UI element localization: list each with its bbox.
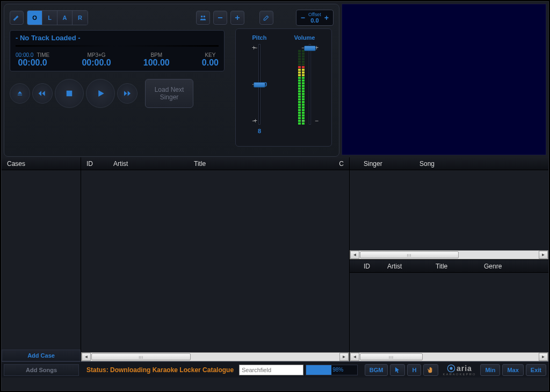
wrench-button[interactable] — [10, 11, 24, 25]
volume-thumb[interactable] — [304, 46, 316, 51]
bgm-button[interactable]: BGM — [365, 364, 388, 376]
pitch-label: Pitch — [252, 34, 267, 41]
offset-plus-button[interactable]: + — [324, 13, 329, 22]
songs-panel: ID Artist Title C ◄ III ► — [81, 157, 350, 361]
pitch-bottom-value: 8 — [258, 128, 261, 134]
queue-panel: Singer Song ◄ III ► — [350, 157, 548, 259]
offset-value: 0.0 — [308, 17, 321, 24]
app-window: O L A R − Offset 0.0 — [1, 1, 549, 391]
bgm-list[interactable] — [350, 273, 548, 352]
cases-header: Cases — [2, 157, 81, 170]
bgm-list-panel: ID Artist Title Genre ◄ III ► — [350, 259, 548, 361]
scroll-left-icon[interactable]: ◄ — [82, 353, 91, 361]
svg-point-0 — [201, 16, 203, 18]
add-case-button[interactable]: Add Case — [2, 350, 81, 361]
svg-point-8 — [450, 367, 452, 369]
status-text: Status: Downloading Karaoke Locker Catal… — [81, 366, 237, 374]
min-button[interactable]: Min — [480, 364, 500, 376]
track-title: - No Track Loaded - — [16, 34, 219, 42]
fastforward-button[interactable] — [117, 83, 138, 104]
scroll-left-icon[interactable]: ◄ — [350, 353, 359, 361]
time-elapsed: 00:00.0 — [18, 58, 47, 68]
volume-slider[interactable] — [309, 44, 311, 125]
minus-button[interactable] — [213, 11, 227, 25]
queue-header: Singer Song — [350, 157, 548, 170]
right-column: Singer Song ◄ III ► ID Artist Title Genr… — [350, 157, 548, 361]
play-button[interactable] — [86, 79, 115, 108]
svg-rect-5 — [18, 95, 22, 95]
top-section: O L A R − Offset 0.0 — [2, 2, 548, 157]
bgm-header: ID Artist Title Genre — [350, 260, 548, 273]
stop-button[interactable] — [55, 79, 84, 108]
songs-hscroll[interactable]: ◄ III ► — [81, 352, 349, 361]
bpm-value: 100.00 — [143, 58, 170, 68]
slider-panel: Pitch +−− −00.00+ 8 Volume — [235, 28, 332, 147]
video-preview[interactable] — [342, 4, 546, 155]
h-button[interactable]: H — [407, 364, 421, 376]
songs-list[interactable] — [81, 170, 349, 352]
player-panel: O L A R − Offset 0.0 — [4, 4, 339, 157]
bpm-label: BPM — [150, 52, 162, 58]
search-input[interactable] — [239, 365, 303, 375]
arrow-tool-button[interactable] — [390, 364, 405, 376]
scroll-right-icon[interactable]: ► — [339, 353, 349, 361]
offset-minus-button[interactable]: − — [301, 13, 305, 22]
track-display: - No Track Loaded - 00:00.0TIME 00:00.0 … — [10, 30, 225, 71]
time-label: TIME — [37, 52, 49, 58]
scroll-right-icon[interactable]: ► — [539, 251, 548, 259]
volume-label: Volume — [294, 34, 315, 41]
pitch-thumb[interactable] — [254, 82, 265, 88]
eject-button[interactable] — [10, 83, 30, 104]
queue-hscroll[interactable]: ◄ III ► — [350, 250, 548, 259]
max-button[interactable]: Max — [502, 364, 523, 376]
pitch-slider-col: Pitch +−− −00.00+ 8 — [252, 34, 267, 141]
hand-tool-button[interactable] — [423, 364, 438, 376]
player-toolbar: O L A R − Offset 0.0 — [10, 10, 334, 26]
queue-list[interactable] — [350, 170, 548, 250]
scroll-left-icon[interactable]: ◄ — [350, 251, 359, 259]
mode-a-button[interactable]: A — [57, 11, 73, 25]
pitch-slider[interactable] — [258, 44, 260, 125]
load-next-singer-button[interactable]: Load Next Singer — [145, 79, 193, 108]
offset-control: − Offset 0.0 + — [296, 10, 334, 26]
format-label: MP3+G — [87, 52, 105, 58]
time-remaining: 00:00.0 — [82, 58, 111, 68]
people-button[interactable] — [196, 11, 210, 25]
cpu-meter: CPU 98% — [306, 365, 358, 375]
bgm-hscroll[interactable]: ◄ III ► — [350, 352, 548, 361]
exit-button[interactable]: Exit — [526, 364, 546, 376]
rewind-button[interactable] — [32, 83, 53, 104]
mode-o-button[interactable]: O — [27, 11, 42, 25]
mode-button-group: O L A R — [27, 10, 88, 25]
offset-label: Offset — [308, 12, 321, 17]
brand-logo: aria KARAOKEPRO — [440, 364, 478, 376]
key-label: KEY — [205, 52, 215, 58]
key-value: 0.00 — [202, 58, 219, 68]
scroll-right-icon[interactable]: ► — [539, 353, 548, 361]
plus-button[interactable] — [230, 11, 244, 25]
add-songs-button[interactable]: Add Songs — [4, 364, 79, 376]
statusbar: Add Songs Status: Downloading Karaoke Lo… — [2, 361, 548, 378]
cases-panel: Cases Add Case — [2, 157, 81, 361]
edit-button[interactable] — [259, 11, 273, 25]
mode-l-button[interactable]: L — [42, 11, 57, 25]
track-progress[interactable] — [16, 45, 219, 47]
time-elapsed-small: 00:00.0 — [16, 52, 33, 58]
svg-point-1 — [203, 16, 205, 18]
volume-slider-col: Volume −− +− — [294, 34, 315, 141]
songs-header: ID Artist Title C — [81, 157, 349, 170]
middle-section: Cases Add Case ID Artist Title C ◄ III ►… — [2, 157, 548, 361]
svg-rect-6 — [67, 91, 73, 97]
mode-r-button[interactable]: R — [73, 11, 88, 25]
cases-list[interactable] — [2, 170, 81, 350]
